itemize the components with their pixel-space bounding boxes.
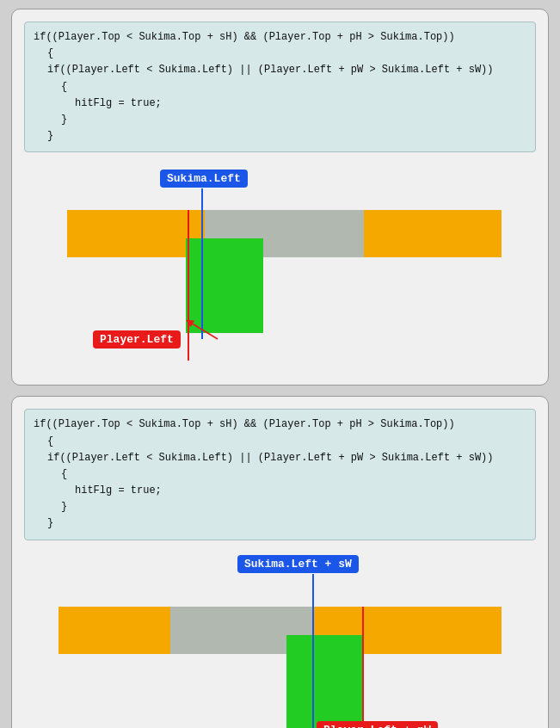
code-line-7: } xyxy=(34,128,526,145)
code-line-p2-4: { xyxy=(34,466,526,483)
sukima-left-label: Sukima.Left xyxy=(160,170,248,188)
code-line-p2-7: } xyxy=(34,515,526,532)
sukima-left-line xyxy=(201,188,203,339)
player-left-pw-line xyxy=(362,607,364,728)
panel-2: if((Player.Top < Sukima.Top + sH) && (Pl… xyxy=(11,396,549,728)
diagram-2: Sukima.Left + sW Player.Left + pW xyxy=(24,551,536,728)
code-line-2: { xyxy=(34,46,526,62)
code-line-6: } xyxy=(34,112,526,128)
player-left-label: Player.Left xyxy=(93,330,181,349)
diagram-1: Sukima.Left Player.Left xyxy=(24,163,536,369)
code-line-p2-6: } xyxy=(34,499,526,515)
sukima-left-sw-label: Sukima.Left + sW xyxy=(237,555,359,573)
sukima-right-block xyxy=(364,210,502,257)
player-block xyxy=(186,238,263,333)
sukima-left-sw-line xyxy=(312,574,314,728)
code-block-1: if((Player.Top < Sukima.Top + sH) && (Pl… xyxy=(24,22,536,152)
code-line-3: if((Player.Left < Sukima.Left) || (Playe… xyxy=(34,62,526,78)
sukima-left-block xyxy=(67,210,205,257)
code-line-1: if((Player.Top < Sukima.Top + sH) && (Pl… xyxy=(34,29,526,46)
code-line-p2-1: if((Player.Top < Sukima.Top + sH) && (Pl… xyxy=(34,416,526,433)
code-line-p2-3: if((Player.Left < Sukima.Left) || (Playe… xyxy=(34,450,526,466)
player-left-pw-label: Player.Left + pW xyxy=(317,721,438,728)
panel-1: if((Player.Top < Sukima.Top + sH) && (Pl… xyxy=(11,9,549,386)
code-line-p2-5: hitFlg = true; xyxy=(34,483,526,499)
code-block-2: if((Player.Top < Sukima.Top + sH) && (Pl… xyxy=(24,409,536,540)
code-line-p2-2: { xyxy=(34,434,526,450)
p2-player-block xyxy=(286,635,364,728)
code-line-5: hitFlg = true; xyxy=(34,96,526,112)
p2-sukima-left-block xyxy=(58,607,170,654)
code-line-4: { xyxy=(34,79,526,96)
